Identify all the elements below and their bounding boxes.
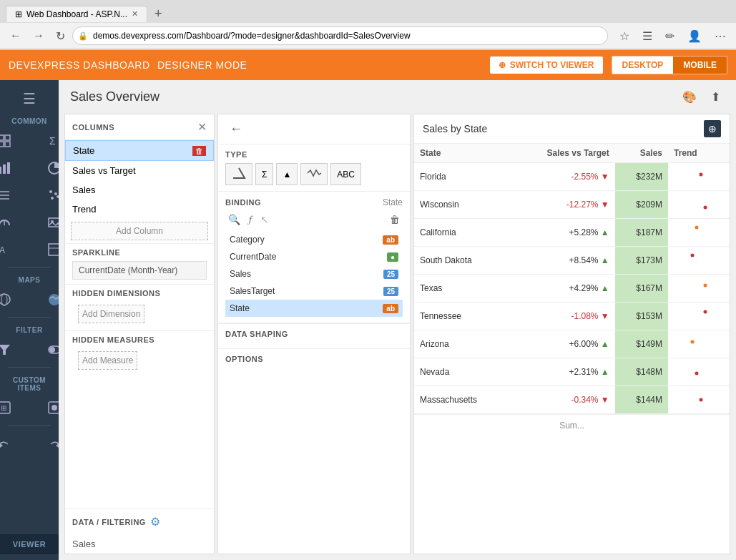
svg-point-37 [704,284,707,288]
browser-tab[interactable]: ⊞ Web Dashboard - ASP.N... ✕ [6,6,147,22]
browser-chrome: ⊞ Web Dashboard - ASP.N... ✕ + ← → ↻ 🔒 ☆… [0,0,736,50]
grid-panel: Sales by State ⊕ State Sales vs Target S… [413,114,730,554]
new-tab-btn[interactable]: + [150,4,167,24]
binding-panel: ← TYPE Σ ▲ ABC [217,114,411,554]
sidebar-filter-label: FILTER [0,326,59,334]
cell-trend [668,386,730,414]
tab-favicon: ⊞ [15,9,22,19]
column-trend[interactable]: Trend [65,200,214,219]
cell-sales: $187M [615,219,668,247]
columns-close-btn[interactable]: ✕ [197,120,207,134]
mobile-btn[interactable]: MOBILE [673,57,727,74]
sidebar-item-map[interactable] [0,287,29,313]
svg-point-33 [700,173,703,177]
binding-back-btn[interactable]: ← [222,117,250,141]
sparkline-value[interactable]: CurrentDate (Month-Year) [72,261,207,280]
table-row: Texas +4.29% ▲ $167M [414,275,730,303]
sidebar-item-gauge[interactable] [0,210,29,235]
sidebar-item-filter1[interactable] [0,337,29,363]
profile-btn[interactable]: 👤 [683,26,706,46]
binding-tools: 🔍 𝑓 ↖ 🗑 [225,212,403,227]
binding-category-tag: ab [383,235,398,245]
desktop-btn[interactable]: DESKTOP [612,57,674,74]
back-nav-btn[interactable]: ← [6,26,26,45]
search-tool-btn[interactable]: 🔍 [225,212,243,227]
svg-rect-2 [0,142,4,147]
type-label: TYPE [225,150,403,159]
type-btn-tri[interactable]: ▲ [276,163,298,185]
tab-close-btn[interactable]: ✕ [132,9,138,19]
sidebar-item-bar[interactable] [0,155,29,181]
sidebar-item-text[interactable]: A [0,237,29,262]
switch-viewer-label: SWITCH TO VIEWER [510,60,594,70]
undo-btn[interactable] [0,433,28,458]
binding-category-label: Category [230,235,265,245]
reload-btn[interactable]: ↻ [51,26,69,46]
theme-btn[interactable]: 🎨 [678,87,701,107]
sidebar-divider-4 [8,425,51,426]
table-row: Arizona +6.00% ▲ $149M [414,330,730,358]
binding-state-tag: ab [383,304,398,313]
viewer-mode-btn[interactable]: VIEWER [0,534,59,554]
sales-filter-item[interactable]: Sales [65,534,214,554]
add-measure-btn[interactable]: Add Measure [78,351,137,370]
cursor-tool-btn[interactable]: ↖ [257,212,272,227]
sidebar-bottom: VIEWER [0,534,59,554]
extensions-btn[interactable]: ✏ [661,26,679,46]
data-table: State Sales vs Target Sales Trend Florid… [414,144,730,414]
more-btn[interactable]: ⋯ [710,26,730,46]
column-state-del-btn[interactable]: 🗑 [192,146,206,156]
forward-nav-btn[interactable]: → [29,26,49,45]
table-row: South Dakota +8.54% ▲ $173M [414,247,730,275]
binding-category[interactable]: Category ab [225,231,403,248]
type-btn-sigma[interactable]: Σ [255,163,273,185]
col-sales: Sales [615,144,668,163]
cell-sales: $149M [615,330,668,358]
data-filtering-section[interactable]: DATA / FILTERING ⚙ [65,509,214,534]
address-input[interactable] [72,26,608,45]
add-dimension-btn[interactable]: Add Dimension [78,305,144,323]
cell-sales: $153M [615,303,668,330]
svg-point-12 [49,190,52,193]
sidebar-item-custom1[interactable]: ⊞ [0,395,29,421]
tab-bar: ⊞ Web Dashboard - ASP.N... ✕ + [0,0,736,23]
binding-salestarget[interactable]: SalesTarget 25 [225,283,403,300]
add-column-btn[interactable]: Add Column [71,222,208,240]
sidebar-menu-btn[interactable]: ☰ [19,86,40,112]
sidebar-divider-2 [8,317,51,318]
cell-trend [668,163,730,191]
menu-btn[interactable]: ☰ [638,26,657,46]
content-header: Sales Overview 🎨 ⬆ [59,80,736,114]
type-btn-delta[interactable] [225,163,252,185]
hidden-dim-title: HIDDEN DIMENSIONS [72,289,207,298]
app-logo-text: DEVEXPRESS DASHBOARD [9,59,150,71]
col-trend: Trend [668,144,730,163]
column-state[interactable]: State 🗑 [65,140,214,161]
binding-section: BINDING State 🔍 𝑓 ↖ 🗑 Category ab [218,192,410,323]
cell-vs-target: +8.54% ▲ [511,247,614,275]
delete-tool-btn[interactable]: 🗑 [387,212,403,227]
column-vs-target[interactable]: Sales vs Target [65,161,214,180]
cell-vs-target: +4.29% ▲ [511,275,614,303]
columns-title: COLUMNS [72,123,114,132]
binding-state[interactable]: State ab [225,300,403,317]
switch-viewer-btn[interactable]: ⊕ SWITCH TO VIEWER [490,57,603,74]
binding-currentdate[interactable]: CurrentDate ● [225,248,403,265]
sidebar-item-grid[interactable] [0,128,29,154]
type-btn-abc[interactable]: ABC [330,163,361,185]
sidebar-item-list[interactable] [0,182,29,208]
cell-vs-target: -12.27% ▼ [511,191,614,219]
export-btn[interactable]: ⬆ [707,87,725,107]
binding-sales[interactable]: Sales 25 [225,265,403,283]
bookmark-btn[interactable]: ☆ [615,26,634,46]
column-sales[interactable]: Sales [65,180,214,200]
type-btn-wave[interactable] [300,163,328,185]
cell-state: Massachusetts [414,386,511,414]
cell-trend [668,247,730,275]
cell-state: Tennessee [414,303,511,330]
lock-icon: 🔒 [78,31,88,41]
formula-tool-btn[interactable]: 𝑓 [246,212,255,227]
type-buttons: Σ ▲ ABC [225,163,403,185]
svg-point-38 [704,310,707,314]
svg-point-34 [704,206,707,210]
